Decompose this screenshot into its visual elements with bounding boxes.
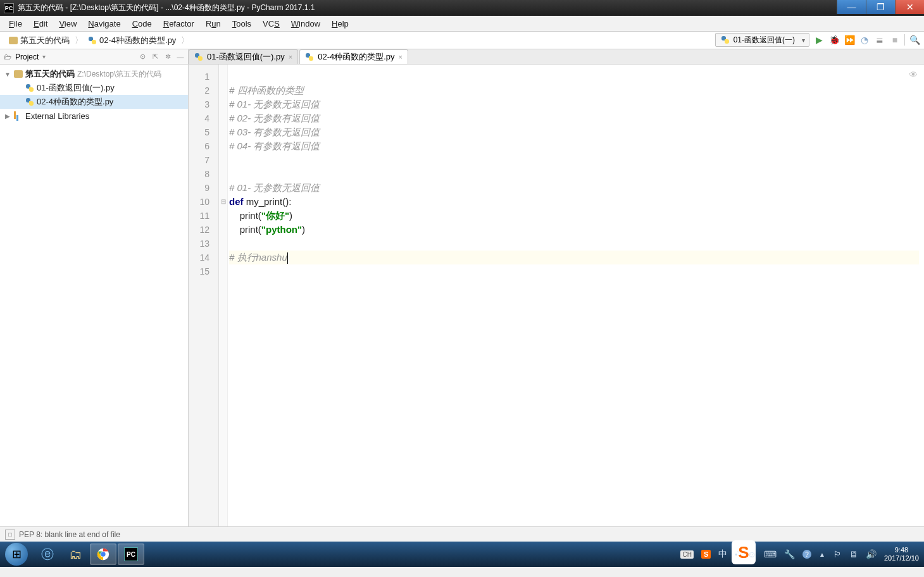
menu-view[interactable]: View: [54, 17, 82, 30]
volume-icon[interactable]: 🔊: [866, 549, 877, 559]
folder-icon: [9, 37, 18, 44]
taskbar-chrome-icon[interactable]: [90, 543, 116, 565]
network-icon[interactable]: 🖥: [849, 549, 858, 559]
status-text: PEP 8: blank line at end of file: [19, 530, 120, 539]
folder-icon: [14, 70, 23, 78]
editor-body[interactable]: 👁 123456789101112131415 ⊟ # 四种函数的类型# 01-…: [189, 65, 924, 526]
editor-tabs: 01-函数返回值(一).py × 02-4种函数的类型.py ×: [189, 49, 924, 65]
collapse-all-icon[interactable]: ⇱: [150, 52, 160, 62]
tree-root-label: 第五天的代码: [25, 68, 75, 80]
menu-run[interactable]: Run: [201, 17, 226, 30]
editor-tab[interactable]: 01-函数返回值(一).py ×: [189, 49, 298, 64]
minimize-button[interactable]: —: [837, 0, 866, 14]
hide-icon[interactable]: —: [175, 52, 185, 62]
breadcrumb-root[interactable]: 第五天的代码: [5, 34, 73, 47]
project-tool-window: 🗁 Project ▾ ⊙ ⇱ ✲ — ▼ 第五天的代码 Z:\Desktop\…: [0, 49, 189, 526]
window-title: 第五天的代码 - [Z:\Desktop\第五天的代码] - ...\02-4种…: [18, 3, 315, 13]
settings-icon[interactable]: ✲: [163, 52, 173, 62]
stop-button[interactable]: ■: [889, 34, 901, 46]
profile-button[interactable]: ◔: [859, 34, 870, 46]
status-icon[interactable]: □: [5, 530, 15, 540]
search-everywhere-button[interactable]: 🔍: [909, 34, 920, 46]
breadcrumb-root-label: 第五天的代码: [20, 35, 70, 46]
menu-navigate[interactable]: Navigate: [83, 17, 125, 30]
menubar: File Edit View Navigate Code Refactor Ru…: [0, 16, 924, 32]
libraries-icon: [14, 111, 23, 120]
line-gutter: 123456789101112131415: [189, 65, 219, 526]
menu-vcs[interactable]: VCS: [258, 17, 285, 30]
tree-external-libraries[interactable]: ▶ External Libraries: [0, 109, 188, 123]
ime-lang-indicator[interactable]: CH: [680, 550, 693, 559]
help-icon[interactable]: ?: [802, 550, 811, 559]
menu-refactor[interactable]: Refactor: [158, 17, 199, 30]
titlebar: PC 第五天的代码 - [Z:\Desktop\第五天的代码] - ...\02…: [0, 0, 924, 16]
maximize-button[interactable]: ❐: [866, 0, 895, 14]
taskbar-explorer-icon[interactable]: 🗂: [62, 543, 89, 565]
tab-label: 02-4种函数的类型.py: [318, 51, 394, 63]
menu-edit[interactable]: Edit: [28, 17, 53, 30]
menu-code[interactable]: Code: [127, 17, 157, 30]
svg-point-1: [101, 552, 105, 556]
tree-file[interactable]: 01-函数返回值(一).py: [0, 81, 188, 95]
action-center-icon[interactable]: 🏳: [833, 549, 842, 559]
python-file-icon: [25, 97, 34, 106]
window-controls: — ❐ ✕: [837, 0, 924, 14]
python-file-icon: [721, 35, 730, 44]
taskbar-ie-icon[interactable]: ⓔ: [34, 543, 61, 565]
debug-button[interactable]: 🐞: [828, 34, 840, 46]
ime-tool-icon[interactable]: 🔧: [784, 549, 795, 559]
close-button[interactable]: ✕: [895, 0, 924, 14]
menu-tools[interactable]: Tools: [227, 17, 256, 30]
tab-label: 01-函数返回值(一).py: [207, 51, 285, 63]
clock-time: 9:48: [884, 546, 919, 554]
breadcrumb-file-label: 02-4种函数的类型.py: [99, 35, 176, 46]
tree-file-label: 01-函数返回值(一).py: [37, 82, 115, 94]
main-area: 🗁 Project ▾ ⊙ ⇱ ✲ — ▼ 第五天的代码 Z:\Desktop\…: [0, 49, 924, 526]
ime-keyboard-icon[interactable]: ⌨: [764, 549, 777, 559]
ime-mode-indicator[interactable]: 中: [718, 549, 727, 560]
tray-expand-icon[interactable]: ▲: [819, 551, 825, 558]
run-coverage-button[interactable]: ⏩: [844, 34, 855, 46]
python-file-icon: [25, 84, 34, 92]
project-title: Project: [15, 53, 39, 61]
close-tab-icon[interactable]: ×: [289, 53, 292, 61]
project-header: 🗁 Project ▾ ⊙ ⇱ ✲ —: [0, 49, 188, 65]
run-config-selector[interactable]: 01-函数返回值(一): [715, 33, 809, 47]
tree-file-selected[interactable]: 02-4种函数的类型.py: [0, 95, 188, 109]
pycharm-logo-icon: PC: [4, 3, 14, 13]
project-tree[interactable]: ▼ 第五天的代码 Z:\Desktop\第五天的代码 01-函数返回值(一).p…: [0, 65, 188, 125]
python-file-icon: [88, 36, 97, 45]
editor-tab-active[interactable]: 02-4种函数的类型.py ×: [299, 49, 408, 64]
python-file-icon: [305, 53, 314, 61]
menu-help[interactable]: Help: [327, 17, 354, 30]
expand-icon[interactable]: ▼: [4, 71, 11, 78]
scroll-from-source-icon[interactable]: ⊙: [137, 52, 147, 62]
python-file-icon: [194, 53, 203, 61]
taskbar-pycharm-icon[interactable]: PC: [118, 543, 144, 565]
attach-button[interactable]: ≣: [874, 34, 885, 46]
menu-file[interactable]: File: [4, 17, 27, 30]
start-button[interactable]: ⊞: [5, 543, 28, 566]
run-button[interactable]: ▶: [813, 34, 825, 46]
code-editor[interactable]: # 四种函数的类型# 01- 无参数无返回值# 02- 无参数有返回值# 03-…: [228, 65, 924, 526]
project-view-icon[interactable]: 🗁: [4, 53, 11, 61]
ime-punct-indicator[interactable]: •ˇ: [735, 550, 740, 558]
fold-column: ⊟: [219, 65, 228, 526]
navigation-bar: 第五天的代码 〉 02-4种函数的类型.py 〉 01-函数返回值(一) ▶ 🐞…: [0, 32, 924, 49]
status-bar: □ PEP 8: blank line at end of file: [0, 526, 924, 542]
menu-window[interactable]: Window: [286, 17, 325, 30]
tree-external-label: External Libraries: [25, 111, 89, 121]
ime-sogou-indicator[interactable]: S: [701, 550, 711, 559]
close-tab-icon[interactable]: ×: [399, 53, 403, 61]
system-tray: CH S 中 •ˇ ☺ ⌨ 🔧 ? ▲ 🏳 🖥 🔊 9:48 2017/12/1…: [680, 542, 924, 567]
ime-emoji-icon[interactable]: ☺: [747, 549, 756, 559]
taskbar-clock[interactable]: 9:48 2017/12/10: [884, 546, 919, 562]
inspection-eye-icon[interactable]: 👁: [909, 70, 918, 80]
tree-project-root[interactable]: ▼ 第五天的代码 Z:\Desktop\第五天的代码: [0, 67, 188, 81]
run-toolbar: 01-函数返回值(一) ▶ 🐞 ⏩ ◔ ≣ ■ 🔍: [715, 33, 920, 47]
expand-icon[interactable]: ▶: [4, 113, 11, 120]
tree-root-path: Z:\Desktop\第五天的代码: [77, 69, 161, 80]
breadcrumb-separator: 〉: [75, 35, 83, 46]
breadcrumb-file[interactable]: 02-4种函数的类型.py: [84, 34, 180, 47]
clock-date: 2017/12/10: [884, 554, 919, 562]
